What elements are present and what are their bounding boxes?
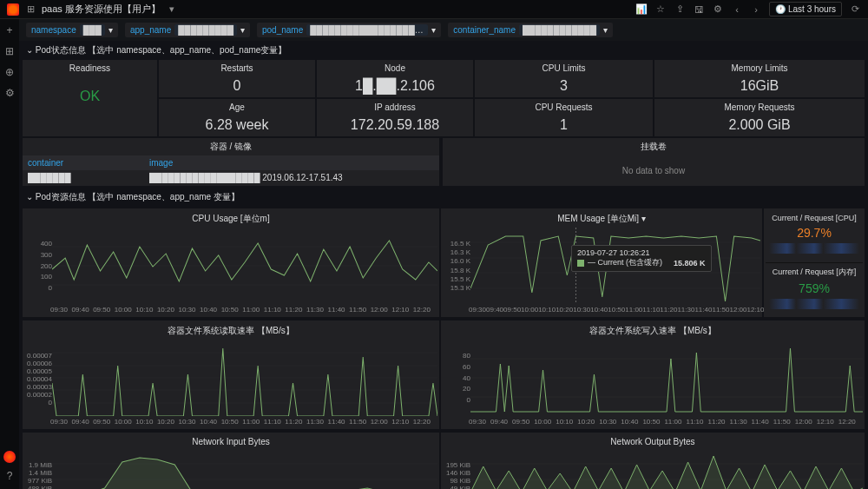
stat-ip: IP address172.20.59.188 [317,99,473,136]
dashboards-icon[interactable]: ⊞ [3,45,16,57]
dropdown-icon[interactable]: ▾ [166,3,178,16]
filter-container-name[interactable]: container_name████████████▾ [448,23,613,37]
x-axis: 09:3009:4009:5010:0010:1010:2010:3010:40… [443,416,863,427]
nav-icon[interactable]: ⊞ [24,3,36,16]
explore-icon[interactable]: ⊕ [3,66,16,78]
chart-net-in[interactable]: Network Input Bytes 1.9 MiB1.4 MiB977 Ki… [23,433,439,489]
refresh-icon[interactable]: ⟳ [849,3,861,16]
stat-mem-limits: Memory Limits16GiB [654,60,865,97]
panel-volumes: 挂载卷 No data to show [443,138,865,186]
y-axis: 806040200 [444,352,470,404]
forward-icon[interactable]: › [750,3,762,16]
stat-mem-pct: Current / Request [内存] 759% [766,263,863,315]
plot-icon[interactable]: 📊 [635,3,648,16]
template-variables: namespace███▾ app_name█████████▾ pod_nam… [19,19,868,41]
stat-restarts: Restarts0 [159,60,315,97]
sparkline [769,243,859,254]
chart-tooltip: 2019-07-27 10:26:21 — Current (包含缓存) 15.… [571,245,712,272]
th-image[interactable]: image [149,158,173,168]
filter-pod-name[interactable]: pod_name████████████████████▾ [257,23,441,37]
y-axis: 195 KiB146 KiB98 KiB49 KiB0 B [444,461,470,489]
y-axis: 4003002001000 [26,240,52,292]
chart-mem-usage[interactable]: MEM Usage [单位Mi] ▾ 16.5 K16.3 K16.0 K15.… [441,208,762,317]
row-pod-status[interactable]: Pod状态信息 【选中 namespace、app_name、pod_name变… [19,41,868,60]
chart-net-out[interactable]: Network Output Bytes 195 KiB146 KiB98 Ki… [441,433,865,489]
save-icon[interactable]: 🖫 [693,3,705,16]
sidebar: + ⊞ ⊕ ⚙ ? [0,19,19,489]
grafana-logo-icon[interactable] [7,3,19,16]
stat-cpu-requests: CPU Requests1 [475,99,653,136]
main-content: namespace███▾ app_name█████████▾ pod_nam… [19,19,868,489]
y-axis: 1.9 MiB1.4 MiB977 KiB488 KiB0 B [26,461,52,489]
y-axis: 0.000070.000060.000050.000040.000030.000… [26,352,52,404]
nodata-message: No data to show [443,155,865,186]
panel-container-image: 容器 / 镜像 containerimage █████████████████… [23,138,439,186]
alerts-icon[interactable]: ⚙ [3,87,16,99]
share-icon[interactable]: ⇪ [674,3,686,16]
chart-cpu-usage[interactable]: CPU Usage [单位m] 4003002001000 09:3009:40… [23,208,439,317]
add-icon[interactable]: + [3,24,16,36]
stat-cpu-pct: Current / Request [CPU] 29.7% [766,210,863,263]
y-axis: 16.5 K16.3 K16.0 K15.8 K15.5 K15.3 K [444,240,470,292]
gear-icon[interactable]: ⚙ [712,3,724,16]
profile-icon[interactable] [3,451,16,463]
x-axis: 09:3009:4009:5010:0010:1010:2010:3010:40… [443,304,760,315]
filter-namespace[interactable]: namespace███▾ [26,23,118,37]
x-axis: 09:3009:4009:5010:0010:1010:2010:3010:40… [24,304,437,315]
time-range-picker[interactable]: 🕐 Last 3 hours [769,2,842,17]
stat-node: Node1█.██.2.106 [317,60,473,97]
table-row: █████████████████████████ 2019.06.12-17.… [23,170,439,185]
stat-readiness: Readiness OK [23,60,157,136]
x-axis: 09:3009:4009:5010:0010:1010:2010:3010:40… [24,416,437,427]
dashboard-title[interactable]: paas 服务资源使用【用户】 [42,3,161,16]
th-container[interactable]: container [28,158,149,168]
back-icon[interactable]: ‹ [731,3,743,16]
sparkline [769,299,859,309]
stat-mem-requests: Memory Requests2.000 GiB [654,99,865,136]
stat-age: Age6.28 week [159,99,315,136]
row-pod-resources[interactable]: Pod资源信息 【选中 namespace、app_name 变量】 [19,188,868,207]
topbar: ⊞ paas 服务资源使用【用户】 ▾ 📊 ☆ ⇪ 🖫 ⚙ ‹ › 🕐 Last… [0,0,868,19]
chart-fs-write[interactable]: 容器文件系统写入速率 【MB/s】 806040200 09:3009:4009… [441,320,865,429]
mini-stats: Current / Request [CPU] 29.7% Current / … [764,208,865,317]
filter-app-name[interactable]: app_name█████████▾ [125,23,250,37]
chart-fs-read[interactable]: 容器文件系统读取速率 【MB/s】 0.000070.000060.000050… [23,320,439,429]
help-icon[interactable]: ? [3,470,16,482]
stat-cpu-limits: CPU Limits3 [475,60,653,97]
star-icon[interactable]: ☆ [654,3,667,16]
